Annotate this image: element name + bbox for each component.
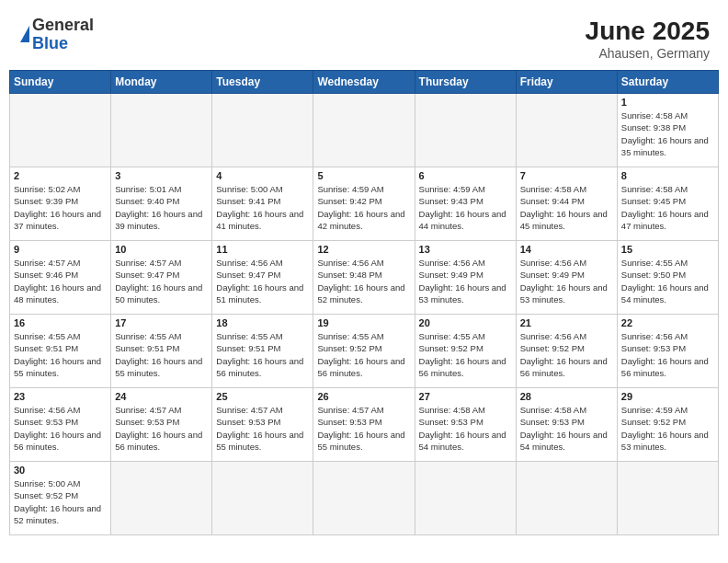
calendar-day-cell: 7Sunrise: 4:58 AM Sunset: 9:44 PM Daylig… <box>516 167 617 241</box>
day-info: Sunrise: 4:58 AM Sunset: 9:44 PM Dayligh… <box>520 183 613 232</box>
day-number: 6 <box>419 170 512 181</box>
day-info: Sunrise: 4:56 AM Sunset: 9:52 PM Dayligh… <box>520 330 613 379</box>
day-info: Sunrise: 5:00 AM Sunset: 9:41 PM Dayligh… <box>216 183 309 232</box>
month-title: June 2025 <box>586 17 710 46</box>
calendar-day-cell: 27Sunrise: 4:58 AM Sunset: 9:53 PM Dayli… <box>415 388 516 462</box>
calendar-header-row: SundayMondayTuesdayWednesdayThursdayFrid… <box>10 71 719 94</box>
title-block: June 2025 Ahausen, Germany <box>586 17 710 61</box>
calendar-day-cell: 17Sunrise: 4:55 AM Sunset: 9:51 PM Dayli… <box>111 315 212 388</box>
day-info: Sunrise: 5:02 AM Sunset: 9:39 PM Dayligh… <box>14 183 107 232</box>
day-number: 25 <box>216 391 309 402</box>
calendar-week-row: 1Sunrise: 4:58 AM Sunset: 9:38 PM Daylig… <box>10 94 719 167</box>
logo-blue-text: Blue <box>32 35 94 53</box>
day-info: Sunrise: 4:55 AM Sunset: 9:51 PM Dayligh… <box>14 330 107 379</box>
calendar-table: SundayMondayTuesdayWednesdayThursdayFrid… <box>9 70 719 535</box>
day-number: 29 <box>621 391 714 402</box>
calendar-day-cell: 15Sunrise: 4:55 AM Sunset: 9:50 PM Dayli… <box>617 241 718 315</box>
calendar-day-cell <box>516 94 617 167</box>
day-info: Sunrise: 4:57 AM Sunset: 9:47 PM Dayligh… <box>115 257 208 305</box>
calendar-day-cell: 20Sunrise: 4:55 AM Sunset: 9:52 PM Dayli… <box>415 315 516 388</box>
calendar-day-cell <box>111 462 212 535</box>
calendar-day-cell <box>10 94 111 167</box>
day-number: 22 <box>621 317 714 328</box>
calendar-day-cell <box>111 94 212 167</box>
day-info: Sunrise: 5:01 AM Sunset: 9:40 PM Dayligh… <box>115 183 208 232</box>
day-number: 24 <box>115 391 208 402</box>
calendar-day-header: Saturday <box>617 71 718 94</box>
day-info: Sunrise: 4:55 AM Sunset: 9:51 PM Dayligh… <box>216 330 309 379</box>
day-number: 27 <box>419 391 512 402</box>
calendar-day-cell: 25Sunrise: 4:57 AM Sunset: 9:53 PM Dayli… <box>212 388 313 462</box>
day-info: Sunrise: 4:57 AM Sunset: 9:53 PM Dayligh… <box>216 404 309 453</box>
calendar-day-cell: 2Sunrise: 5:02 AM Sunset: 9:39 PM Daylig… <box>10 167 111 241</box>
day-info: Sunrise: 4:55 AM Sunset: 9:51 PM Dayligh… <box>115 330 208 379</box>
day-number: 21 <box>520 317 613 328</box>
day-number: 16 <box>14 317 107 328</box>
calendar-day-cell <box>313 462 415 535</box>
calendar-day-cell: 28Sunrise: 4:58 AM Sunset: 9:53 PM Dayli… <box>516 388 617 462</box>
calendar-day-cell: 9Sunrise: 4:57 AM Sunset: 9:46 PM Daylig… <box>10 241 111 315</box>
calendar-week-row: 30Sunrise: 5:00 AM Sunset: 9:52 PM Dayli… <box>10 462 719 535</box>
calendar-day-cell <box>415 94 516 167</box>
day-number: 14 <box>520 244 613 255</box>
day-number: 11 <box>216 244 309 255</box>
calendar-day-cell: 11Sunrise: 4:56 AM Sunset: 9:47 PM Dayli… <box>212 241 313 315</box>
calendar-day-cell: 10Sunrise: 4:57 AM Sunset: 9:47 PM Dayli… <box>111 241 212 315</box>
day-number: 2 <box>14 170 107 181</box>
day-number: 20 <box>419 317 512 328</box>
calendar-day-cell: 29Sunrise: 4:59 AM Sunset: 9:52 PM Dayli… <box>617 388 718 462</box>
logo-triangle-icon <box>20 26 29 42</box>
page-header: General Blue June 2025 Ahausen, Germany <box>9 9 719 64</box>
calendar-day-header: Sunday <box>10 71 111 94</box>
calendar-day-cell <box>212 94 313 167</box>
calendar-day-cell: 22Sunrise: 4:56 AM Sunset: 9:53 PM Dayli… <box>617 315 718 388</box>
calendar-day-cell <box>516 462 617 535</box>
day-number: 5 <box>317 170 410 181</box>
calendar-day-cell: 8Sunrise: 4:58 AM Sunset: 9:45 PM Daylig… <box>617 167 718 241</box>
day-info: Sunrise: 4:55 AM Sunset: 9:50 PM Dayligh… <box>621 257 714 305</box>
day-number: 26 <box>317 391 410 402</box>
calendar-day-cell <box>212 462 313 535</box>
day-number: 8 <box>621 170 714 181</box>
day-info: Sunrise: 4:59 AM Sunset: 9:52 PM Dayligh… <box>621 404 714 453</box>
calendar-day-cell <box>617 462 718 535</box>
calendar-day-cell <box>313 94 415 167</box>
calendar-day-cell: 30Sunrise: 5:00 AM Sunset: 9:52 PM Dayli… <box>10 462 111 535</box>
day-info: Sunrise: 4:58 AM Sunset: 9:38 PM Dayligh… <box>621 109 714 158</box>
calendar-day-cell: 13Sunrise: 4:56 AM Sunset: 9:49 PM Dayli… <box>415 241 516 315</box>
day-info: Sunrise: 4:57 AM Sunset: 9:53 PM Dayligh… <box>317 404 410 453</box>
day-number: 9 <box>14 244 107 255</box>
day-number: 23 <box>14 391 107 402</box>
day-number: 4 <box>216 170 309 181</box>
day-info: Sunrise: 4:59 AM Sunset: 9:43 PM Dayligh… <box>419 183 512 232</box>
calendar-day-cell: 18Sunrise: 4:55 AM Sunset: 9:51 PM Dayli… <box>212 315 313 388</box>
day-info: Sunrise: 4:56 AM Sunset: 9:47 PM Dayligh… <box>216 257 309 305</box>
calendar-day-cell <box>415 462 516 535</box>
day-info: Sunrise: 4:56 AM Sunset: 9:53 PM Dayligh… <box>14 404 107 453</box>
calendar-day-header: Monday <box>111 71 212 94</box>
day-number: 15 <box>621 244 714 255</box>
calendar-day-cell: 24Sunrise: 4:57 AM Sunset: 9:53 PM Dayli… <box>111 388 212 462</box>
calendar-day-header: Thursday <box>415 71 516 94</box>
calendar-day-cell: 21Sunrise: 4:56 AM Sunset: 9:52 PM Dayli… <box>516 315 617 388</box>
calendar-day-cell: 3Sunrise: 5:01 AM Sunset: 9:40 PM Daylig… <box>111 167 212 241</box>
day-number: 7 <box>520 170 613 181</box>
day-number: 28 <box>520 391 613 402</box>
day-info: Sunrise: 4:55 AM Sunset: 9:52 PM Dayligh… <box>317 330 410 379</box>
day-number: 12 <box>317 244 410 255</box>
day-number: 1 <box>621 97 714 108</box>
day-info: Sunrise: 4:58 AM Sunset: 9:45 PM Dayligh… <box>621 183 714 232</box>
day-info: Sunrise: 4:58 AM Sunset: 9:53 PM Dayligh… <box>419 404 512 453</box>
calendar-day-cell: 4Sunrise: 5:00 AM Sunset: 9:41 PM Daylig… <box>212 167 313 241</box>
calendar-week-row: 23Sunrise: 4:56 AM Sunset: 9:53 PM Dayli… <box>10 388 719 462</box>
calendar-day-cell: 23Sunrise: 4:56 AM Sunset: 9:53 PM Dayli… <box>10 388 111 462</box>
calendar-day-cell: 19Sunrise: 4:55 AM Sunset: 9:52 PM Dayli… <box>313 315 415 388</box>
day-info: Sunrise: 4:56 AM Sunset: 9:53 PM Dayligh… <box>621 330 714 379</box>
calendar-week-row: 9Sunrise: 4:57 AM Sunset: 9:46 PM Daylig… <box>10 241 719 315</box>
calendar-day-cell: 6Sunrise: 4:59 AM Sunset: 9:43 PM Daylig… <box>415 167 516 241</box>
day-info: Sunrise: 4:57 AM Sunset: 9:46 PM Dayligh… <box>14 257 107 305</box>
day-info: Sunrise: 4:58 AM Sunset: 9:53 PM Dayligh… <box>520 404 613 453</box>
location-title: Ahausen, Germany <box>586 46 710 61</box>
calendar-day-cell: 16Sunrise: 4:55 AM Sunset: 9:51 PM Dayli… <box>10 315 111 388</box>
day-info: Sunrise: 4:59 AM Sunset: 9:42 PM Dayligh… <box>317 183 410 232</box>
